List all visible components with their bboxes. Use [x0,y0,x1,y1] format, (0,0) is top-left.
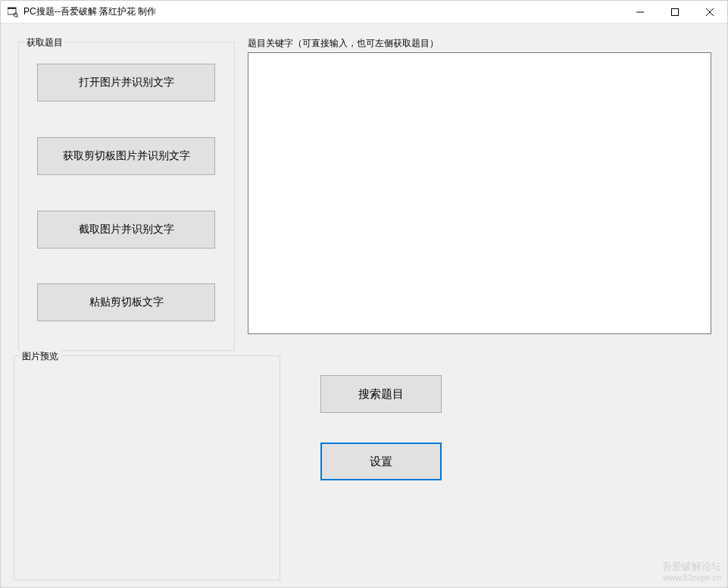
keyword-textarea[interactable] [248,52,711,334]
app-icon [7,6,19,18]
watermark-line1: 吾爱破解论坛 [662,561,721,573]
svg-line-3 [17,16,18,17]
groupbox-preview: 图片预览 [14,355,280,580]
watermark: 吾爱破解论坛 www.52pojie.cn [662,561,721,583]
open-image-ocr-button[interactable]: 打开图片并识别文字 [37,64,215,102]
app-window: PC搜题--吾爱破解 落红护花 制作 获取题目 打开图片并识别文字 获取剪切板图… [0,0,728,588]
groupbox-acquire: 获取题目 打开图片并识别文字 获取剪切板图片并识别文字 截取图片并识别文字 粘贴… [18,42,235,351]
keyword-label: 题目关键字（可直接输入，也可左侧获取题目） [248,37,439,50]
maximize-button[interactable] [658,1,692,23]
groupbox-preview-label: 图片预览 [20,350,61,363]
screenshot-ocr-button[interactable]: 截取图片并识别文字 [37,211,215,249]
settings-button[interactable]: 设置 [320,443,442,480]
svg-rect-5 [672,8,679,15]
titlebar: PC搜题--吾爱破解 落红护花 制作 [1,1,727,23]
paste-clipboard-text-button[interactable]: 粘贴剪切板文字 [37,283,215,321]
watermark-line2: www.52pojie.cn [662,573,721,583]
client-area: 获取题目 打开图片并识别文字 获取剪切板图片并识别文字 截取图片并识别文字 粘贴… [1,23,727,587]
window-controls [623,1,727,23]
svg-rect-1 [8,8,16,9]
window-title: PC搜题--吾爱破解 落红护花 制作 [23,5,623,18]
clipboard-image-ocr-button[interactable]: 获取剪切板图片并识别文字 [37,137,215,175]
groupbox-acquire-label: 获取题目 [24,36,65,49]
search-button[interactable]: 搜索题目 [320,375,442,413]
minimize-button[interactable] [623,1,658,23]
close-button[interactable] [692,1,727,23]
